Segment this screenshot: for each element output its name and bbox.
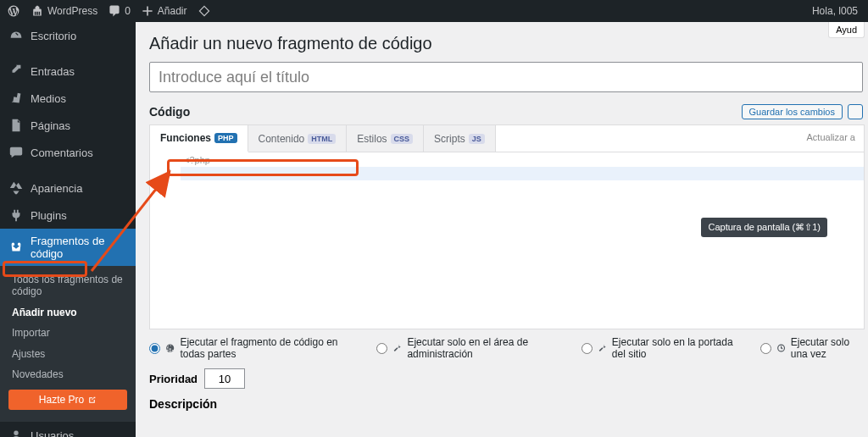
tab-content[interactable]: ContenidoHTML: [248, 125, 348, 152]
greeting[interactable]: Hola, l005: [812, 5, 868, 17]
run-frontend[interactable]: Ejecutar solo en la portada del sitio: [581, 336, 740, 360]
diamond-icon[interactable]: [198, 4, 211, 18]
submenu-import[interactable]: Importar: [0, 323, 136, 343]
page-title: Añadir un nuevo fragmento de código: [149, 34, 868, 53]
description-heading: Descripción: [149, 397, 868, 411]
sidebar-item-media[interactable]: Medios: [0, 85, 136, 112]
priority-row: Prioridad: [149, 368, 868, 389]
extra-button[interactable]: [848, 104, 863, 119]
annotation-submenu-highlight: [3, 261, 87, 277]
sidebar-item-posts[interactable]: Entradas: [0, 58, 136, 85]
sidebar-item-dashboard[interactable]: Escritorio: [0, 22, 136, 49]
submenu-settings[interactable]: Ajustes: [0, 344, 136, 364]
run-admin[interactable]: Ejecutar solo en el área de administraci…: [376, 336, 560, 360]
sidebar-submenu-snippets: Todos los fragmentos de código Añadir nu…: [0, 266, 136, 422]
sidebar-item-pages[interactable]: Páginas: [0, 112, 136, 139]
tab-functions[interactable]: FuncionesPHP: [150, 125, 248, 152]
tab-scripts[interactable]: ScriptsJS: [424, 125, 496, 152]
code-tabs: FuncionesPHP ContenidoHTML EstilosCSS Sc…: [150, 125, 864, 152]
screenshot-tooltip: Captura de pantalla (⌘⇧1): [701, 218, 827, 237]
run-everywhere[interactable]: Ejecutar el fragmento de código en todas…: [149, 336, 356, 360]
annotation-highlight: [167, 159, 359, 176]
code-editor[interactable]: <?php 1: [150, 152, 864, 329]
tab-styles[interactable]: EstilosCSS: [347, 125, 424, 152]
priority-input[interactable]: [204, 368, 245, 389]
sidebar-item-plugins[interactable]: Plugins: [0, 202, 136, 229]
priority-label: Prioridad: [149, 373, 198, 385]
run-scope-row: Ejecutar el fragmento de código en todas…: [149, 329, 868, 363]
code-heading: Código: [149, 105, 190, 119]
go-pro-button[interactable]: Hazte Pro: [8, 390, 127, 410]
run-once[interactable]: Ejecutar solo una vez: [760, 336, 868, 360]
admin-sidebar: Escritorio Entradas Medios Páginas Comen…: [0, 22, 136, 437]
add-new-link[interactable]: Añadir: [141, 4, 187, 18]
submenu-add-new[interactable]: Añadir nuevo: [0, 302, 136, 323]
comments-link[interactable]: 0: [108, 4, 131, 18]
sidebar-item-appearance[interactable]: Apariencia: [0, 174, 136, 202]
submenu-news[interactable]: Novedades: [0, 364, 136, 384]
snippet-title-input[interactable]: Introduce aquí el título: [149, 62, 863, 92]
sidebar-item-users[interactable]: Usuarios: [0, 422, 136, 437]
save-button[interactable]: Guardar los cambios: [742, 104, 843, 119]
sidebar-item-comments[interactable]: Comentarios: [0, 139, 136, 166]
admin-toolbar: WordPress 0 Añadir Hola, l005: [0, 0, 868, 22]
site-name[interactable]: WordPress: [31, 4, 97, 18]
wp-logo-icon[interactable]: [7, 4, 20, 18]
help-tab[interactable]: Ayud: [828, 22, 865, 38]
upgrade-link[interactable]: Actualizar a: [798, 125, 864, 152]
